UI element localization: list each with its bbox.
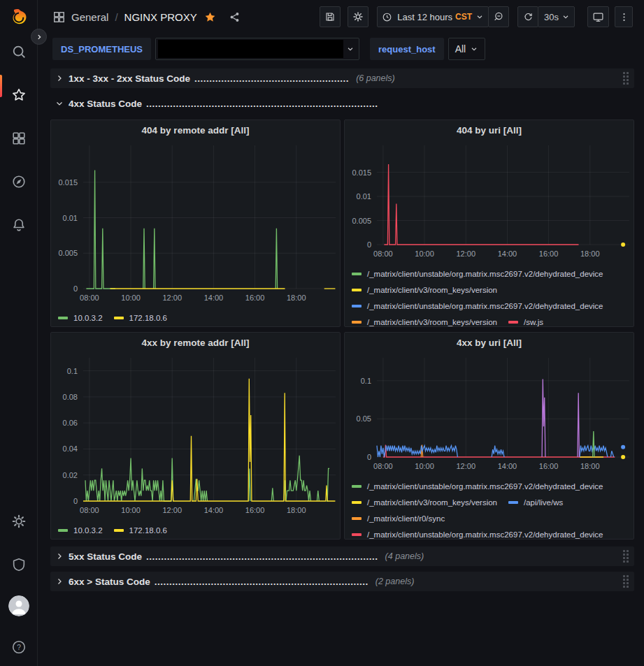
row-header-4xx[interactable]: 4xx Status Code ........................… <box>50 94 634 113</box>
refresh-button[interactable] <box>517 6 538 27</box>
svg-text:0.06: 0.06 <box>63 419 78 427</box>
dashboard-title[interactable]: NGINX PROXY <box>124 11 197 23</box>
zoom-out-time-button[interactable] <box>488 6 509 27</box>
svg-text:18:00: 18:00 <box>580 249 600 258</box>
legend-item[interactable]: /_matrix/client/unstable/org.matrix.msc2… <box>352 299 603 313</box>
row-title[interactable]: 4xx Status Code <box>69 99 142 109</box>
chevron-right-icon[interactable] <box>55 74 64 82</box>
svg-text:0.08: 0.08 <box>63 393 78 401</box>
legend-item[interactable]: /_matrix/client/v3/room_keys/version <box>352 283 497 297</box>
time-series-plot[interactable]: 00.0050.010.01508:0010:0012:0014:0016:00… <box>345 141 634 261</box>
svg-text:0.01: 0.01 <box>63 214 78 222</box>
breadcrumb-section[interactable]: General <box>71 11 108 23</box>
panel-legend: /_matrix/client/unstable/org.matrix.msc2… <box>352 479 628 540</box>
request-host-variable-select[interactable]: All <box>448 38 486 60</box>
panel-title[interactable]: 4xx by uri [All] <box>345 333 634 354</box>
legend-item[interactable]: /_matrix/client/unstable/org.matrix.msc2… <box>352 267 603 281</box>
legend-item[interactable]: /_matrix/client/unstable/org.matrix.msc2… <box>352 479 603 493</box>
grafana-logo[interactable] <box>6 6 31 31</box>
chevron-down-icon[interactable] <box>55 99 64 108</box>
row-title[interactable]: 6xx > Status Code <box>69 577 150 587</box>
sidebar-item-dashboards[interactable] <box>6 126 31 151</box>
sidebar-item-help[interactable]: ? <box>6 635 31 660</box>
legend-swatch <box>352 501 362 504</box>
sidebar-expand-button[interactable] <box>31 29 47 45</box>
svg-text:0: 0 <box>367 453 371 461</box>
dashboards-grid-icon[interactable] <box>52 10 66 24</box>
legend-swatch <box>352 305 362 307</box>
timezone-label: CST <box>455 12 472 22</box>
active-nav-indicator <box>0 75 2 97</box>
svg-text:0.05: 0.05 <box>357 414 371 423</box>
sidebar-item-server-admin[interactable] <box>6 552 31 577</box>
row-title-leader: ........................................… <box>194 73 349 84</box>
chevron-right-icon[interactable] <box>55 552 64 560</box>
legend-label: 10.0.3.2 <box>73 314 103 322</box>
shield-icon <box>11 557 27 572</box>
sidebar-item-alerting[interactable] <box>6 212 31 238</box>
panel-legend: /_matrix/client/unstable/org.matrix.msc2… <box>352 267 628 327</box>
row-drag-handle[interactable] <box>623 550 629 563</box>
svg-text:0: 0 <box>73 284 78 293</box>
svg-text:10:00: 10:00 <box>121 294 141 302</box>
kebab-icon <box>619 12 629 22</box>
panel-404-by-remote-addr: 404 by remote addr [All] 00.0050.010.015… <box>50 120 341 327</box>
share-button[interactable] <box>229 11 241 23</box>
time-range-picker[interactable]: Last 12 hours CST <box>377 6 489 27</box>
legend-item[interactable]: /_matrix/client/r0/sync <box>352 512 445 526</box>
panel-title[interactable]: 4xx by remote addr [All] <box>51 333 340 354</box>
legend-item[interactable]: /api/live/ws <box>508 495 563 509</box>
legend-label: /sw.js <box>524 318 543 326</box>
time-series-plot[interactable]: 00.0050.010.01508:0010:0012:0014:0016:00… <box>51 141 341 305</box>
refresh-interval-picker[interactable]: 30s <box>538 6 575 27</box>
favorite-star-button[interactable] <box>204 11 216 23</box>
legend-item[interactable]: /sw.js <box>508 315 543 327</box>
row-header-1xx-3xx-2xx[interactable]: 1xx - 3xx - 2xx Status Code ............… <box>50 68 634 88</box>
svg-text:0.02: 0.02 <box>63 471 78 479</box>
help-icon: ? <box>11 639 27 655</box>
row-panel-count: (4 panels) <box>385 551 424 561</box>
legend-item[interactable]: 10.0.3.2 <box>58 311 103 325</box>
row-drag-handle[interactable] <box>623 575 629 588</box>
breadcrumb: General / NGINX PROXY <box>52 10 241 24</box>
chevron-right-icon[interactable] <box>55 577 64 586</box>
save-dashboard-button[interactable] <box>320 6 341 27</box>
sidebar-item-starred[interactable] <box>6 82 31 108</box>
time-series-plot[interactable]: 00.020.040.060.080.108:0010:0012:0014:00… <box>51 354 341 518</box>
svg-text:10:00: 10:00 <box>415 249 434 258</box>
legend-item[interactable]: 10.0.3.2 <box>58 523 103 537</box>
panel-title[interactable]: 404 by remote addr [All] <box>51 120 340 141</box>
legend-item[interactable]: 172.18.0.6 <box>114 523 167 537</box>
row-title[interactable]: 5xx Status Code <box>69 551 142 562</box>
cycle-view-mode-button[interactable] <box>587 6 609 27</box>
sidebar-item-explore[interactable] <box>6 169 31 194</box>
sidebar: ? <box>0 0 38 666</box>
more-options-button[interactable] <box>615 6 633 27</box>
panel-title[interactable]: 404 by uri [All] <box>345 120 634 141</box>
datasource-variable-select[interactable] <box>155 38 359 60</box>
sidebar-item-search[interactable] <box>6 39 31 64</box>
row-header-5xx[interactable]: 5xx Status Code ........................… <box>50 546 634 566</box>
svg-text:0.015: 0.015 <box>58 178 78 187</box>
svg-text:08:00: 08:00 <box>373 249 393 258</box>
row-panel-count: (2 panels) <box>375 577 415 586</box>
dashboard-settings-button[interactable] <box>348 6 368 27</box>
legend-swatch <box>352 273 362 275</box>
row-title[interactable]: 1xx - 3xx - 2xx Status Code <box>69 73 190 84</box>
svg-text:12:00: 12:00 <box>162 506 182 514</box>
sidebar-item-configuration[interactable] <box>6 509 31 534</box>
time-series-plot[interactable]: 00.050.108:0010:0012:0014:0016:0018:00 <box>345 354 634 474</box>
breadcrumb-separator: / <box>115 11 117 23</box>
row-drag-handle[interactable] <box>623 72 629 85</box>
svg-text:08:00: 08:00 <box>80 506 99 514</box>
row-panel-count: (6 panels) <box>356 73 395 83</box>
legend-item[interactable]: 172.18.0.6 <box>114 311 167 325</box>
user-avatar[interactable] <box>8 595 29 616</box>
legend-item[interactable]: /_matrix/client/v3/room_keys/version <box>352 495 497 509</box>
row-header-6xx[interactable]: 6xx > Status Code ......................… <box>50 572 634 591</box>
legend-item[interactable]: /_matrix/client/v3/room_keys/version <box>352 315 497 327</box>
grafana-logo-icon <box>7 6 31 30</box>
datasource-variable-value-redacted <box>158 40 343 58</box>
legend-item[interactable]: /_matrix/client/unstable/org.matrix.msc2… <box>352 528 603 540</box>
svg-text:?: ? <box>17 644 21 651</box>
